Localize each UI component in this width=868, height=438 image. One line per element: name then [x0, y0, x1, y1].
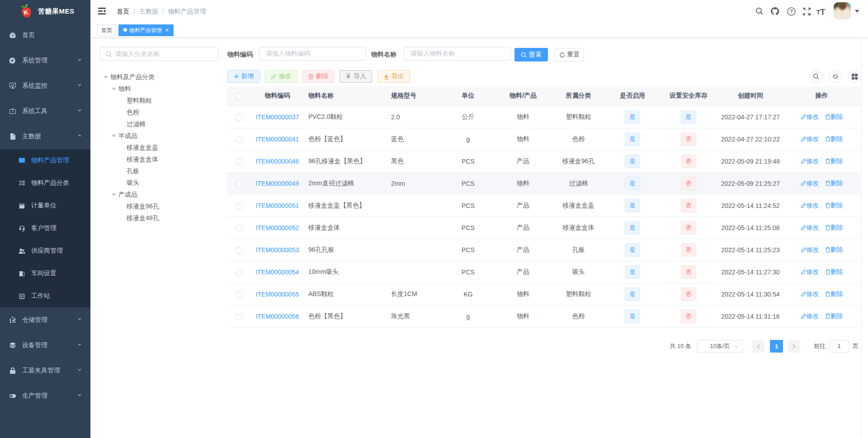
svg-text:?: ?: [790, 9, 793, 14]
svg-text:T: T: [820, 8, 826, 15]
